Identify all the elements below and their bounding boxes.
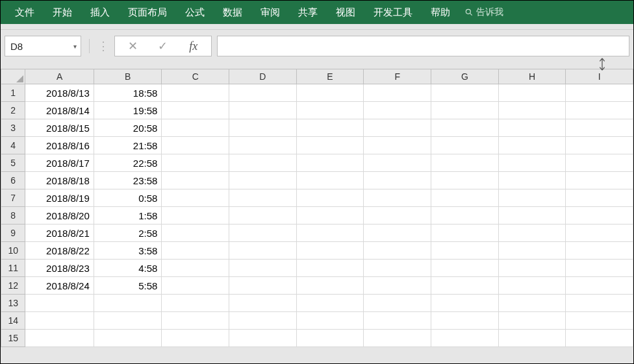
row-header[interactable]: 8 [1,207,25,224]
cell-E11[interactable] [296,260,364,277]
cell-A8[interactable]: 2018/8/20 [25,207,94,224]
cell-D5[interactable] [229,154,297,172]
row-header[interactable]: 6 [1,172,25,189]
cell-E8[interactable] [296,207,364,224]
cell-I11[interactable] [566,260,633,277]
cell-C6[interactable] [162,172,229,189]
cell-H13[interactable] [498,295,566,312]
cell-E13[interactable] [296,295,364,312]
cell-A13[interactable] [25,295,94,312]
cell-I13[interactable] [566,295,633,312]
cell-I7[interactable] [566,189,633,207]
more-options-icon[interactable]: ⋮ [97,39,109,53]
ribbon-tab-share[interactable]: 共享 [289,1,327,24]
cell-D14[interactable] [229,312,297,330]
cell-C8[interactable] [162,207,229,224]
cell-H4[interactable] [498,137,566,154]
cell-D4[interactable] [229,137,297,154]
cell-H1[interactable] [498,84,566,102]
cell-G6[interactable] [431,172,499,189]
cell-B11[interactable]: 4:58 [94,260,162,277]
cell-I9[interactable] [566,224,633,242]
cell-C14[interactable] [162,312,229,330]
cell-B1[interactable]: 18:58 [94,84,162,102]
spreadsheet-grid[interactable]: A B C D E F G H I 12018/8/1318:5822018/8… [1,69,633,347]
cell-C7[interactable] [162,189,229,207]
cell-F2[interactable] [364,102,431,119]
cell-H2[interactable] [498,102,566,119]
cell-D10[interactable] [229,242,297,260]
name-box[interactable]: D8 ▾ [5,36,81,56]
cell-A2[interactable]: 2018/8/14 [25,102,94,119]
cell-H14[interactable] [498,312,566,330]
cell-A4[interactable]: 2018/8/16 [25,137,94,154]
col-header-G[interactable]: G [431,69,499,84]
cell-G9[interactable] [431,224,499,242]
cell-C5[interactable] [162,154,229,172]
cancel-button[interactable]: ✕ [123,39,142,53]
cell-I5[interactable] [566,154,633,172]
cell-E2[interactable] [296,102,364,119]
cell-B5[interactable]: 22:58 [94,154,162,172]
tell-me-search[interactable]: 告诉我 [459,6,503,18]
row-header[interactable]: 9 [1,224,25,242]
cell-A6[interactable]: 2018/8/18 [25,172,94,189]
ribbon-tab-file[interactable]: 文件 [6,1,44,24]
cell-A1[interactable]: 2018/8/13 [25,84,94,102]
col-header-H[interactable]: H [498,69,566,84]
cell-H11[interactable] [498,260,566,277]
cell-A14[interactable] [25,312,94,330]
cell-G7[interactable] [431,189,499,207]
row-header[interactable]: 3 [1,119,25,137]
select-all-corner[interactable] [1,69,25,84]
cell-F7[interactable] [364,189,431,207]
cell-I8[interactable] [566,207,633,224]
cell-I6[interactable] [566,172,633,189]
cell-G5[interactable] [431,154,499,172]
cell-G11[interactable] [431,260,499,277]
cell-B9[interactable]: 2:58 [94,224,162,242]
cell-B13[interactable] [94,295,162,312]
cell-I4[interactable] [566,137,633,154]
cell-E7[interactable] [296,189,364,207]
cell-A15[interactable] [25,330,94,347]
cell-E10[interactable] [296,242,364,260]
col-header-B[interactable]: B [94,69,162,84]
cell-B15[interactable] [94,330,162,347]
ribbon-tab-view[interactable]: 视图 [327,1,364,24]
cell-C10[interactable] [162,242,229,260]
cell-F14[interactable] [364,312,431,330]
col-header-A[interactable]: A [25,69,94,84]
row-header[interactable]: 13 [1,295,25,312]
cell-F13[interactable] [364,295,431,312]
cell-A7[interactable]: 2018/8/19 [25,189,94,207]
cell-A12[interactable]: 2018/8/24 [25,277,94,295]
cell-B14[interactable] [94,312,162,330]
cell-B12[interactable]: 5:58 [94,277,162,295]
cell-E3[interactable] [296,119,364,137]
dropdown-caret-icon[interactable]: ▾ [73,43,77,50]
cell-H15[interactable] [498,330,566,347]
cell-C13[interactable] [162,295,229,312]
cell-F15[interactable] [364,330,431,347]
cell-D6[interactable] [229,172,297,189]
cell-A9[interactable]: 2018/8/21 [25,224,94,242]
cell-C2[interactable] [162,102,229,119]
cell-G8[interactable] [431,207,499,224]
cell-B2[interactable]: 19:58 [94,102,162,119]
cell-G3[interactable] [431,119,499,137]
enter-button[interactable]: ✓ [154,39,172,53]
row-header[interactable]: 15 [1,330,25,347]
cell-G4[interactable] [431,137,499,154]
cell-H10[interactable] [498,242,566,260]
cell-A5[interactable]: 2018/8/17 [25,154,94,172]
col-header-F[interactable]: F [364,69,431,84]
insert-function-button[interactable]: fx [184,40,203,53]
cell-C9[interactable] [162,224,229,242]
cell-H6[interactable] [498,172,566,189]
cell-I15[interactable] [566,330,633,347]
cell-C4[interactable] [162,137,229,154]
ribbon-tab-insert[interactable]: 插入 [81,1,119,24]
ribbon-tab-formula[interactable]: 公式 [176,1,214,24]
ribbon-tab-help[interactable]: 帮助 [422,1,459,24]
